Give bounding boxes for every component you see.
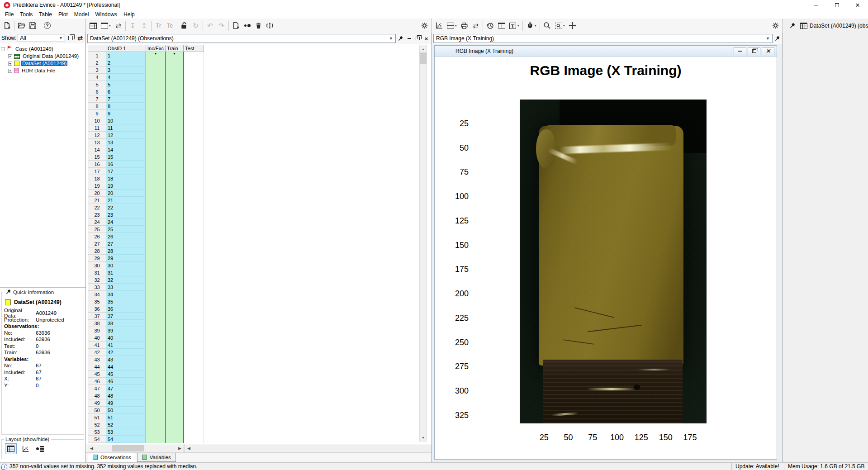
incexc-cell[interactable] [146, 197, 166, 204]
incexc-cell[interactable] [146, 313, 166, 320]
tree-item[interactable]: +DataSet (A001249) [0, 60, 85, 67]
row-number-cell[interactable]: 34 [88, 291, 106, 298]
train-cell[interactable] [166, 74, 184, 81]
incexc-cell[interactable] [146, 436, 166, 443]
train-cell[interactable] [166, 284, 184, 291]
filter-caret-icon[interactable]: ▼ [166, 52, 183, 55]
train-cell[interactable] [166, 399, 184, 407]
hand-tool-button[interactable] [524, 20, 536, 31]
toggle-table-button[interactable] [5, 443, 17, 454]
incexc-cell[interactable] [146, 399, 166, 407]
update-status[interactable]: Update: Available! [731, 463, 784, 470]
incexc-cell[interactable] [146, 385, 166, 392]
incexc-cell[interactable] [146, 370, 166, 378]
row-number-cell[interactable]: 18 [88, 175, 106, 182]
incexc-cell[interactable] [146, 153, 166, 161]
train-cell[interactable] [166, 197, 184, 204]
obsid-cell[interactable]: 22 [106, 204, 146, 211]
incexc-cell[interactable] [146, 392, 166, 399]
train-cell[interactable] [166, 117, 184, 124]
row-number-cell[interactable]: 41 [88, 342, 106, 349]
test-cell[interactable] [184, 197, 204, 204]
row-number-cell[interactable]: 48 [88, 392, 106, 399]
row-number-cell[interactable]: 49 [88, 399, 106, 407]
test-cell[interactable] [184, 313, 204, 320]
test-cell[interactable] [184, 269, 204, 276]
train-cell[interactable] [166, 269, 184, 276]
test-cell[interactable] [184, 146, 204, 153]
incexc-cell[interactable] [146, 132, 166, 139]
test-cell[interactable] [184, 327, 204, 334]
chevron-down-icon[interactable]: ▾ [109, 24, 113, 28]
table-grid-button[interactable] [87, 20, 99, 31]
incexc-cell[interactable] [146, 110, 166, 117]
menu-file[interactable]: File [2, 11, 17, 18]
test-cell[interactable] [184, 276, 204, 284]
train-cell[interactable] [166, 327, 184, 334]
row-number-cell[interactable]: 43 [88, 356, 106, 363]
test-cell[interactable] [184, 74, 204, 81]
incexc-cell[interactable] [146, 247, 166, 255]
incexc-cell[interactable] [146, 356, 166, 363]
incexc-cell[interactable] [146, 218, 166, 226]
chevron-down-icon[interactable]: ▾ [455, 24, 459, 28]
train-cell[interactable] [166, 247, 184, 255]
redo-button[interactable]: ↷ [216, 20, 227, 31]
incexc-cell[interactable] [146, 88, 166, 95]
train-cell[interactable] [166, 81, 184, 88]
test-cell[interactable] [184, 240, 204, 247]
test-cell[interactable] [184, 305, 204, 313]
row-number-cell[interactable]: 39 [88, 327, 106, 334]
main-columns-scrollbar[interactable]: ◀ [185, 445, 432, 452]
scrollbar-thumb[interactable] [420, 52, 427, 64]
obsid-cell[interactable]: 10 [106, 117, 146, 124]
obsid-cell[interactable]: 38 [106, 320, 146, 327]
train-cell[interactable] [166, 182, 184, 190]
incexc-cell[interactable] [146, 363, 166, 370]
help-button[interactable]: ? [42, 20, 53, 31]
row-number-cell[interactable]: 19 [88, 182, 106, 190]
obsid-cell[interactable]: 51 [106, 414, 146, 421]
dock-dataset-label[interactable]: DataSet (A001249) (obs) [810, 23, 868, 29]
incexc-cell[interactable] [146, 291, 166, 298]
doc-minimize-button[interactable] [405, 34, 413, 43]
row-number-cell[interactable]: 33 [88, 284, 106, 291]
tree-expander-icon[interactable]: + [8, 69, 12, 73]
row-number-cell[interactable]: 47 [88, 385, 106, 392]
tree-expander-icon[interactable]: + [8, 54, 12, 58]
train-cell[interactable] [166, 334, 184, 342]
row-number-cell[interactable]: 46 [88, 378, 106, 385]
obsid-cell[interactable]: 11 [106, 124, 146, 132]
scroll-right-icon[interactable]: ▶ [176, 445, 184, 452]
row-number-cell[interactable]: 26 [88, 233, 106, 240]
obsid-cell[interactable]: 30 [106, 262, 146, 269]
row-number-cell[interactable]: 38 [88, 320, 106, 327]
tree-item-label[interactable]: HDR Data File [21, 68, 56, 73]
obsid-cell[interactable]: 16 [106, 161, 146, 168]
doc-restore-button[interactable] [414, 34, 422, 43]
test-cell[interactable] [184, 161, 204, 168]
obsid-cell[interactable]: 14 [106, 146, 146, 153]
layout-rows-button[interactable] [445, 20, 456, 31]
obsid-cell[interactable]: 21 [106, 197, 146, 204]
obsid-cell[interactable]: 15 [106, 153, 146, 161]
plot-settings-button[interactable] [770, 20, 781, 31]
test-cell[interactable] [184, 182, 204, 190]
incexc-cell[interactable] [146, 421, 166, 428]
column-header-obsid-1[interactable]: ObsID 1 [106, 45, 146, 52]
train-cell[interactable] [166, 190, 184, 197]
incexc-cell[interactable] [146, 190, 166, 197]
row-number-cell[interactable]: 44 [88, 363, 106, 370]
test-cell[interactable] [184, 153, 204, 161]
obsid-cell[interactable]: 52 [106, 421, 146, 428]
test-cell[interactable] [184, 117, 204, 124]
row-number-cell[interactable]: 24 [88, 218, 106, 226]
row-number-cell[interactable]: 1 [88, 52, 106, 59]
row-number-cell[interactable]: 4 [88, 74, 106, 81]
obsid-cell[interactable]: 44 [106, 363, 146, 370]
train-cell[interactable] [166, 146, 184, 153]
scroll-left-icon[interactable]: ◀ [185, 445, 193, 452]
incexc-cell[interactable] [146, 276, 166, 284]
row-number-cell[interactable]: 15 [88, 153, 106, 161]
train-cell[interactable] [166, 363, 184, 370]
